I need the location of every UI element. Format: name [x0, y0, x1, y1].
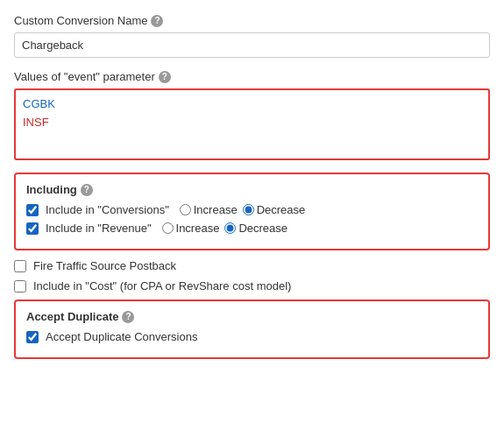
help-icon-accept[interactable]: ? [122, 311, 134, 323]
include-cost-label: Include in "Cost" (for CPA or RevShare c… [33, 279, 291, 292]
revenue-decrease-radio[interactable] [224, 222, 236, 234]
including-section: Including ? Include in "Conversions" Inc… [14, 173, 490, 250]
help-icon-event[interactable]: ? [159, 71, 171, 83]
include-conversions-label: Include in "Conversions" [46, 203, 169, 216]
accept-duplicate-title: Accept Duplicate ? [26, 310, 478, 323]
revenue-increase-radio[interactable] [162, 222, 174, 234]
help-icon-name[interactable]: ? [151, 15, 163, 27]
event-value-cgbk: CGBK [23, 97, 55, 110]
accept-duplicate-section: Accept Duplicate ? Accept Duplicate Conv… [14, 300, 490, 359]
help-icon-including[interactable]: ? [81, 184, 93, 196]
conversions-increase-radio[interactable] [180, 204, 191, 215]
conversions-radio-group: Increase Decrease [180, 203, 306, 216]
including-title: Including ? [26, 183, 478, 196]
fire-traffic-label: Fire Traffic Source Postback [33, 259, 176, 272]
event-param-display[interactable]: CGBK INSF [14, 88, 490, 160]
accept-duplicate-conversions-checkbox[interactable] [26, 331, 39, 343]
include-revenue-label: Include in "Revenue" [46, 222, 152, 235]
include-conversions-checkbox[interactable] [26, 204, 39, 216]
include-revenue-row: Include in "Revenue" Increase Decrease [26, 222, 478, 235]
custom-conversion-name-input[interactable] [14, 32, 490, 58]
fire-traffic-checkbox[interactable] [14, 260, 26, 272]
accept-duplicate-conversions-label: Accept Duplicate Conversions [46, 330, 197, 343]
revenue-increase-label[interactable]: Increase [162, 222, 220, 235]
conversions-increase-label[interactable]: Increase [180, 203, 238, 216]
accept-duplicate-conversions-row: Accept Duplicate Conversions [26, 330, 478, 343]
include-revenue-checkbox[interactable] [26, 222, 39, 235]
event-param-label: Values of "event" parameter ? [14, 70, 490, 83]
revenue-decrease-label[interactable]: Decrease [224, 222, 287, 235]
include-cost-checkbox[interactable] [14, 280, 26, 292]
include-conversions-row: Include in "Conversions" Increase Decrea… [26, 203, 478, 216]
include-cost-row: Include in "Cost" (for CPA or RevShare c… [14, 279, 490, 292]
revenue-radio-group: Increase Decrease [162, 222, 288, 235]
event-value-insf: INSF [23, 116, 49, 129]
conversions-decrease-radio[interactable] [243, 204, 254, 215]
conversions-decrease-label[interactable]: Decrease [243, 203, 306, 216]
fire-traffic-row: Fire Traffic Source Postback [14, 259, 490, 272]
custom-conversion-name-label: Custom Conversion Name ? [14, 14, 490, 27]
